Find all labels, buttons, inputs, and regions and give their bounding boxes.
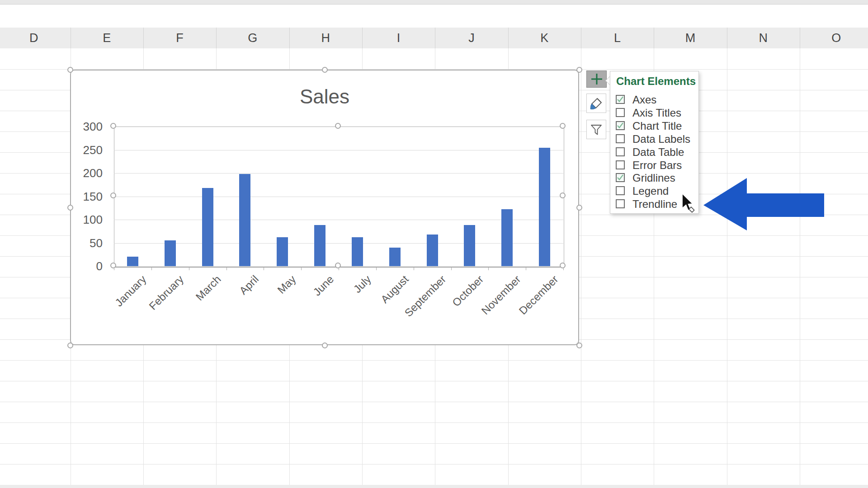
chart-element-item-chart-title[interactable]: Chart Title bbox=[610, 119, 698, 132]
bar-july[interactable] bbox=[352, 237, 363, 266]
x-axis-tick bbox=[451, 267, 452, 270]
plot-selection-handle[interactable] bbox=[560, 192, 566, 198]
checkbox-unchecked[interactable] bbox=[616, 186, 625, 195]
chart-element-label: Axis Titles bbox=[632, 106, 681, 119]
column-header-O[interactable]: O bbox=[800, 28, 868, 48]
x-axis-label-june: June bbox=[311, 273, 336, 299]
checkmark-icon bbox=[616, 122, 624, 130]
checkbox-unchecked[interactable] bbox=[616, 199, 625, 208]
sheet-bottom-strip bbox=[0, 485, 868, 488]
chart-styles-button[interactable] bbox=[586, 94, 606, 113]
x-axis-label-february: February bbox=[146, 273, 186, 313]
plot-selection-handle[interactable] bbox=[110, 263, 116, 268]
chart-element-item-data-table[interactable]: Data Table bbox=[610, 145, 698, 159]
column-header-F[interactable]: F bbox=[143, 28, 217, 48]
chart-selection-handle[interactable] bbox=[67, 343, 73, 348]
checkbox-unchecked[interactable] bbox=[616, 147, 625, 156]
column-header-D[interactable]: D bbox=[0, 28, 71, 48]
column-header-L[interactable]: L bbox=[581, 28, 654, 48]
chart-element-label: Data Labels bbox=[632, 132, 690, 145]
y-axis-label: 150 bbox=[75, 191, 103, 202]
column-header-G[interactable]: G bbox=[216, 28, 289, 48]
column-header-N[interactable]: N bbox=[727, 28, 800, 48]
plot-selection-handle[interactable] bbox=[560, 123, 566, 129]
y-axis-label: 100 bbox=[75, 214, 103, 225]
bar-october[interactable] bbox=[464, 225, 475, 266]
x-axis-label-august: August bbox=[378, 273, 411, 306]
chart-element-item-data-labels[interactable]: Data Labels bbox=[610, 132, 698, 145]
excel-window: { "sheet": { "columns": ["D","E","F","G"… bbox=[0, 0, 868, 488]
chart-elements-panel-title: Chart Elements bbox=[616, 75, 696, 88]
bar-september[interactable] bbox=[427, 235, 438, 266]
chart-gridline bbox=[114, 197, 563, 197]
chart-element-label: Chart Title bbox=[632, 119, 682, 132]
column-header-K[interactable]: K bbox=[508, 28, 581, 48]
bar-january[interactable] bbox=[127, 257, 138, 266]
plot-selection-handle[interactable] bbox=[110, 192, 116, 198]
x-axis-label-april: April bbox=[237, 273, 261, 297]
chart-element-label: Error Bars bbox=[632, 159, 682, 172]
checkbox-unchecked[interactable] bbox=[616, 108, 625, 117]
checkbox-unchecked[interactable] bbox=[616, 160, 625, 169]
chart-selection-handle[interactable] bbox=[322, 67, 328, 73]
x-axis-tick bbox=[151, 267, 152, 270]
bar-june[interactable] bbox=[314, 225, 326, 266]
chart-element-item-error-bars[interactable]: Error Bars bbox=[610, 159, 698, 172]
chart-element-item-axis-titles[interactable]: Axis Titles bbox=[610, 106, 698, 119]
x-axis-label-november: November bbox=[479, 273, 523, 317]
chart-element-label: Axes bbox=[632, 93, 656, 106]
chart-area[interactable]: Sales 300250200150100500JanuaryFebruaryM… bbox=[70, 70, 579, 345]
y-axis-label: 250 bbox=[75, 144, 103, 156]
chart-selection-handle[interactable] bbox=[576, 67, 582, 73]
chart-element-label: Legend bbox=[632, 184, 669, 197]
x-axis-tick bbox=[264, 267, 264, 270]
grid-row-line bbox=[0, 402, 868, 402]
x-axis-tick bbox=[226, 267, 227, 270]
bar-april[interactable] bbox=[239, 174, 250, 266]
chart-element-item-axes[interactable]: Axes bbox=[610, 93, 698, 106]
chart-element-item-gridlines[interactable]: Gridlines bbox=[610, 171, 698, 184]
chart-element-label: Gridlines bbox=[632, 171, 675, 184]
chart-title[interactable]: Sales bbox=[71, 85, 578, 108]
x-axis-label-january: January bbox=[113, 273, 149, 309]
bar-august[interactable] bbox=[389, 248, 401, 266]
plot-selection-handle[interactable] bbox=[560, 263, 566, 268]
column-header-J[interactable]: J bbox=[435, 28, 508, 48]
x-axis-label-october: October bbox=[450, 273, 486, 309]
bar-november[interactable] bbox=[501, 209, 513, 266]
chart-elements-plus-button[interactable] bbox=[586, 70, 607, 88]
ribbon-bottom-strip bbox=[0, 0, 868, 5]
chart-gridline bbox=[114, 173, 563, 174]
bar-february[interactable] bbox=[165, 240, 176, 266]
chart-filters-button[interactable] bbox=[586, 120, 606, 139]
column-header-M[interactable]: M bbox=[654, 28, 727, 48]
column-header-H[interactable]: H bbox=[289, 28, 363, 48]
bar-may[interactable] bbox=[277, 237, 288, 266]
chart-selection-handle[interactable] bbox=[576, 205, 582, 211]
plot-area[interactable] bbox=[114, 127, 564, 267]
y-axis-label: 50 bbox=[75, 237, 103, 249]
grid-row-line bbox=[0, 464, 868, 465]
y-axis-label: 200 bbox=[75, 167, 103, 179]
plot-selection-handle[interactable] bbox=[110, 123, 116, 129]
brush-icon bbox=[590, 97, 603, 110]
plus-icon bbox=[590, 72, 604, 86]
bar-march[interactable] bbox=[202, 188, 213, 266]
chart-selection-handle[interactable] bbox=[576, 343, 582, 348]
grid-row-line bbox=[0, 360, 868, 361]
grid-column-line bbox=[727, 48, 727, 488]
bar-december[interactable] bbox=[539, 148, 550, 266]
chart-gridline bbox=[114, 220, 563, 220]
plot-selection-handle[interactable] bbox=[335, 263, 341, 268]
chart-selection-handle[interactable] bbox=[322, 343, 328, 348]
grid-column-line bbox=[581, 48, 581, 488]
checkbox-unchecked[interactable] bbox=[616, 134, 625, 143]
chart-element-label: Trendline bbox=[632, 197, 677, 211]
column-header-I[interactable]: I bbox=[362, 28, 435, 48]
column-header-E[interactable]: E bbox=[71, 28, 144, 48]
x-axis-label-march: March bbox=[193, 273, 224, 303]
plot-selection-handle[interactable] bbox=[335, 123, 341, 129]
x-axis-tick bbox=[376, 267, 377, 270]
chart-selection-handle[interactable] bbox=[67, 205, 73, 211]
chart-selection-handle[interactable] bbox=[67, 67, 73, 73]
